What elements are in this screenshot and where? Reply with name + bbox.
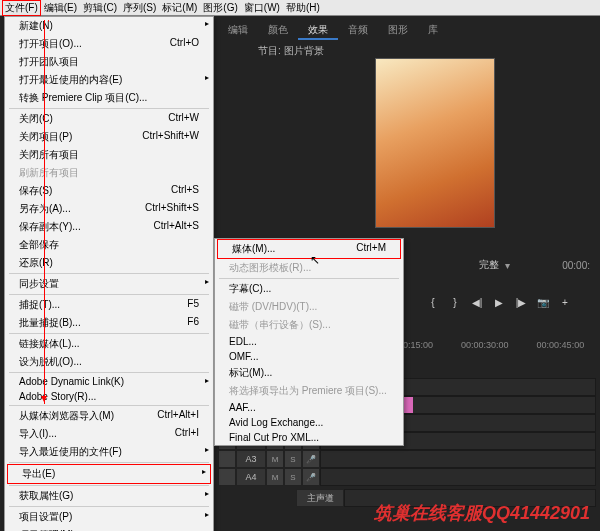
- cursor-icon: ↖: [310, 253, 320, 267]
- track-label-a3[interactable]: A3: [236, 450, 266, 468]
- menu-item-import-recent[interactable]: 导入最近使用的文件(F): [5, 443, 213, 461]
- chevron-down-icon[interactable]: ▾: [505, 260, 510, 271]
- play-icon[interactable]: ▶: [492, 295, 506, 309]
- tab-color[interactable]: 颜色: [258, 20, 298, 40]
- track-label-master: 主声道: [296, 489, 344, 507]
- menu-item-capture[interactable]: 捕捉(T)...F5: [5, 296, 213, 314]
- svg-line-0: [48, 20, 49, 245]
- menu-item-savecopy[interactable]: 保存副本(Y)...Ctrl+Alt+S: [5, 218, 213, 236]
- mark-out-icon[interactable]: }: [448, 295, 462, 309]
- menu-item-export[interactable]: 导出(E): [7, 464, 211, 484]
- tab-audio[interactable]: 音频: [338, 20, 378, 40]
- menu-item-project-manage[interactable]: 项目管理(M)...: [5, 526, 213, 531]
- menu-item-import-browser[interactable]: 从媒体浏览器导入(M)Ctrl+Alt+I: [5, 407, 213, 425]
- menu-sequence[interactable]: 序列(S): [120, 1, 159, 15]
- export-frame-icon[interactable]: 📷: [536, 295, 550, 309]
- menu-item-close[interactable]: 关闭(C)Ctrl+W: [5, 110, 213, 128]
- menu-item-link-media[interactable]: 链接媒体(L)...: [5, 335, 213, 353]
- step-forward-icon[interactable]: |▶: [514, 295, 528, 309]
- export-omf[interactable]: OMF...: [215, 349, 403, 364]
- menu-item-convert[interactable]: 转换 Premiere Clip 项目(C)...: [5, 89, 213, 107]
- track-target-a3[interactable]: [218, 450, 236, 468]
- tab-library[interactable]: 库: [418, 20, 448, 40]
- solo-icon[interactable]: S: [284, 468, 302, 486]
- export-media[interactable]: 媒体(M)...Ctrl+M: [217, 239, 401, 259]
- menu-file[interactable]: 文件(F): [2, 0, 41, 16]
- annotation-arrow-diagonal: [48, 20, 49, 310]
- step-back-icon[interactable]: ◀|: [470, 295, 484, 309]
- zoom-level[interactable]: 完整: [479, 258, 499, 272]
- menu-window[interactable]: 窗口(W): [241, 1, 283, 15]
- menu-item-open-recent[interactable]: 打开最近使用的内容(E): [5, 71, 213, 89]
- zoom-and-timecode: 完整 ▾ 00:00:: [479, 258, 590, 272]
- voice-icon[interactable]: 🎤: [302, 468, 320, 486]
- track-a4: A4 M S 🎤: [218, 468, 596, 486]
- voice-icon[interactable]: 🎤: [302, 450, 320, 468]
- track-a3: A3 M S 🎤: [218, 450, 596, 468]
- menu-item-save[interactable]: 保存(S)Ctrl+S: [5, 182, 213, 200]
- export-tape-serial: 磁带（串行设备）(S)...: [215, 316, 403, 334]
- mute-icon[interactable]: M: [266, 468, 284, 486]
- menu-item-open-team[interactable]: 打开团队项目: [5, 53, 213, 71]
- track-body-a3[interactable]: [320, 450, 596, 468]
- timecode-out: 00:00:: [562, 260, 590, 271]
- menu-item-offline[interactable]: 设为脱机(O)...: [5, 353, 213, 371]
- menu-item-revert[interactable]: 还原(R): [5, 254, 213, 272]
- menu-item-batch-capture[interactable]: 批量捕捉(B)...F6: [5, 314, 213, 332]
- export-avid[interactable]: Avid Log Exchange...: [215, 415, 403, 430]
- track-label-a4[interactable]: A4: [236, 468, 266, 486]
- menu-clip[interactable]: 剪辑(C): [80, 1, 120, 15]
- menu-item-open[interactable]: 打开项目(O)...Ctrl+O: [5, 35, 213, 53]
- export-aaf[interactable]: AAF...: [215, 400, 403, 415]
- tab-edit[interactable]: 编辑: [218, 20, 258, 40]
- menu-item-import[interactable]: 导入(I)...Ctrl+I: [5, 425, 213, 443]
- export-selection-premiere: 将选择项导出为 Premiere 项目(S)...: [215, 382, 403, 400]
- export-fcp[interactable]: Final Cut Pro XML...: [215, 430, 403, 445]
- plus-icon[interactable]: +: [558, 295, 572, 309]
- program-monitor-title: 节目: 图片背景: [258, 44, 324, 58]
- export-submenu: 媒体(M)...Ctrl+M 动态图形模板(R)... 字幕(C)... 磁带 …: [214, 238, 404, 446]
- transport-controls: { } ◀| ▶ |▶ 📷 +: [404, 295, 594, 315]
- menu-help[interactable]: 帮助(H): [283, 1, 323, 15]
- menu-item-saveas[interactable]: 另存为(A)...Ctrl+Shift+S: [5, 200, 213, 218]
- menu-graphics[interactable]: 图形(G): [200, 1, 240, 15]
- solo-icon[interactable]: S: [284, 450, 302, 468]
- menubar: 文件(F) 编辑(E) 剪辑(C) 序列(S) 标记(M) 图形(G) 窗口(W…: [0, 0, 600, 16]
- menu-item-new[interactable]: 新建(N): [5, 17, 213, 35]
- menu-edit[interactable]: 编辑(E): [41, 1, 80, 15]
- annotation-arrow-vertical: [44, 20, 45, 404]
- menu-item-saveall[interactable]: 全部保存: [5, 236, 213, 254]
- export-template: 动态图形模板(R)...: [215, 259, 403, 277]
- menu-item-adobe-story[interactable]: Adobe Story(R)...: [5, 389, 213, 404]
- menu-item-close-project[interactable]: 关闭项目(P)Ctrl+Shift+W: [5, 128, 213, 146]
- menu-item-dynamic-link[interactable]: Adobe Dynamic Link(K): [5, 374, 213, 389]
- menu-mark[interactable]: 标记(M): [159, 1, 200, 15]
- track-body-a4[interactable]: [320, 468, 596, 486]
- export-subtitles[interactable]: 字幕(C)...: [215, 280, 403, 298]
- tab-graphics[interactable]: 图形: [378, 20, 418, 40]
- menu-item-sync[interactable]: 同步设置: [5, 275, 213, 293]
- file-dropdown: 新建(N) 打开项目(O)...Ctrl+O 打开团队项目 打开最近使用的内容(…: [4, 16, 214, 531]
- workspace-tabs: 编辑 颜色 效果 音频 图形 库: [218, 20, 600, 40]
- export-markers[interactable]: 标记(M)...: [215, 364, 403, 382]
- export-edl[interactable]: EDL...: [215, 334, 403, 349]
- program-monitor: [375, 58, 495, 228]
- mute-icon[interactable]: M: [266, 450, 284, 468]
- menu-item-close-all[interactable]: 关闭所有项目: [5, 146, 213, 164]
- export-tape-dv: 磁带 (DV/HDV)(T)...: [215, 298, 403, 316]
- mark-in-icon[interactable]: {: [426, 295, 440, 309]
- track-target-a4[interactable]: [218, 468, 236, 486]
- menu-item-project-settings[interactable]: 项目设置(P): [5, 508, 213, 526]
- menu-item-properties[interactable]: 获取属性(G): [5, 487, 213, 505]
- watermark-text: 筑巢在线客服QQ41442901: [374, 501, 590, 525]
- tab-effects[interactable]: 效果: [298, 20, 338, 40]
- menu-item-refresh: 刷新所有项目: [5, 164, 213, 182]
